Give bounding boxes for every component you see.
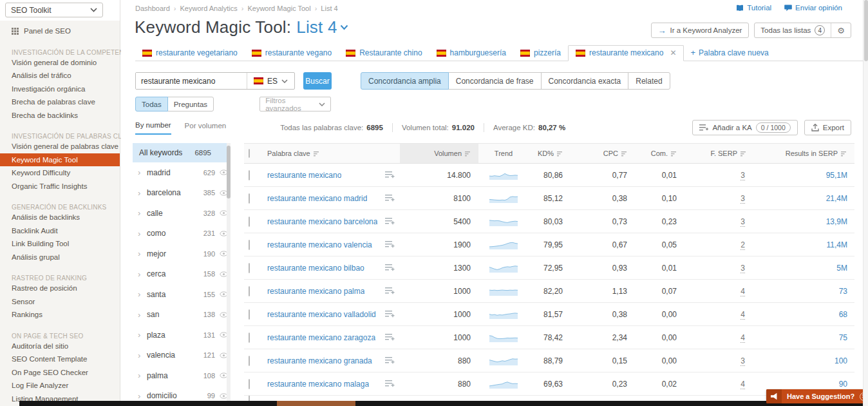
sidebar-item-keyword-difficulty[interactable]: Keyword Difficulty (0, 166, 120, 180)
groups-scrollbar-thumb[interactable] (227, 146, 231, 198)
keyword-tab-restaurante-vegano[interactable]: restaurante vegano (245, 46, 339, 61)
fserp-link[interactable]: 3 (741, 171, 745, 180)
keyword-link[interactable]: restaurante mexicano barcelona (267, 217, 377, 226)
sidebar-item-sensor[interactable]: Sensor (0, 295, 120, 309)
keyword-link[interactable]: restaurante mexicano (267, 171, 341, 180)
keyword-link[interactable]: restaurante mexicano madrid (267, 194, 367, 203)
group-row-valencia[interactable]: ›valencia121 (133, 345, 231, 366)
page-scrollbar[interactable] (863, 0, 868, 406)
keyword-tab-restaurante-mexicano[interactable]: restaurante mexicano✕ (568, 45, 684, 61)
row-checkbox[interactable] (249, 193, 250, 204)
sidebar-item-auditoria-del-sitio[interactable]: Auditoría del sitio (0, 340, 120, 353)
eye-icon[interactable] (215, 332, 228, 338)
eye-icon[interactable] (215, 251, 228, 256)
results-link[interactable]: 75 (839, 333, 847, 342)
eye-icon[interactable] (215, 353, 228, 358)
group-row-santa[interactable]: ›santa155 (133, 284, 231, 305)
keyword-tab-hamburgueseria[interactable]: hamburguesería (429, 46, 513, 61)
sidebar-item-panel-de-seo[interactable]: Panel de SEO (0, 24, 120, 38)
sidebar-item-analisis-del-trafico[interactable]: Análisis del tráfico (0, 69, 120, 82)
column-header-kd[interactable]: KD% (529, 144, 571, 163)
all-lists-button[interactable]: Todas las listas 4 (755, 23, 831, 37)
search-button[interactable]: Buscar (303, 72, 332, 90)
eye-icon[interactable] (215, 210, 228, 216)
group-row-mejor[interactable]: ›mejor190 (133, 244, 231, 264)
add-to-list-icon[interactable] (385, 218, 400, 225)
page-scrollbar-thumb[interactable] (864, 0, 868, 61)
fserp-link[interactable]: 3 (741, 217, 745, 227)
eye-icon[interactable] (215, 372, 228, 378)
sidebar-item-rankings[interactable]: Rankings (0, 308, 120, 322)
groups-scrollbar[interactable] (227, 143, 231, 401)
tutorial-link[interactable]: Tutorial (736, 4, 771, 12)
sort-tab-by-number[interactable]: By number (135, 121, 171, 135)
keyword-link[interactable]: restaurante mexicano granada (267, 356, 372, 365)
group-row-madrid[interactable]: ›madrid629 (133, 162, 231, 183)
group-row-cerca[interactable]: ›cerca158 (133, 264, 231, 285)
sidebar-item-log-file-analyzer[interactable]: Log File Analyzer (0, 379, 120, 392)
group-all-keywords[interactable]: All keywords 6895 (133, 143, 231, 162)
results-link[interactable]: 13,9M (826, 217, 847, 226)
results-link[interactable]: 73 (839, 287, 847, 296)
suggestion-banner[interactable]: Have a Suggestion? ✕ (766, 389, 868, 403)
row-checkbox[interactable] (249, 396, 250, 401)
toolkit-selector[interactable]: SEO Toolkit (5, 3, 103, 17)
match-type-related[interactable]: Related (628, 72, 670, 90)
row-checkbox[interactable] (249, 356, 250, 366)
fserp-link[interactable]: 4 (741, 287, 745, 296)
column-header-cpc[interactable]: CPC (571, 144, 635, 163)
group-row-plaza[interactable]: ›plaza131 (133, 325, 231, 345)
fserp-link[interactable]: 4 (741, 380, 745, 389)
results-link[interactable]: 100 (835, 356, 847, 365)
keyword-tab-restaurante-vegetariano[interactable]: restaurante vegetariano (135, 46, 245, 61)
sidebar-item-seo-content-template[interactable]: SEO Content Template (0, 353, 120, 366)
match-type-concordancia-exacta[interactable]: Concordancia exacta (541, 72, 629, 90)
search-input[interactable] (136, 73, 247, 89)
sidebar-item-backlink-audit[interactable]: Backlink Audit (0, 224, 120, 238)
keyword-tab-pizzeria[interactable]: pizzería (513, 46, 568, 61)
results-link[interactable]: 90 (839, 380, 847, 389)
add-to-list-icon[interactable] (385, 357, 400, 364)
keyword-link[interactable]: restaurante mexicano palma (267, 287, 364, 296)
sidebar-item-on-page-seo-checker[interactable]: On Page SEO Checker (0, 366, 120, 380)
match-type-concordancia-de-frase[interactable]: Concordancia de frase (448, 72, 542, 90)
group-row-calle[interactable]: ›calle328 (133, 203, 231, 224)
breadcrumb-item-list-4[interactable]: List 4 (321, 5, 337, 12)
go-to-keyword-analyzer-button[interactable]: → Ir a Keyword Analyzer (651, 23, 750, 38)
add-to-list-icon[interactable] (385, 380, 400, 387)
add-to-list-icon[interactable] (385, 287, 400, 295)
fserp-link[interactable]: 4 (741, 310, 745, 320)
eye-icon[interactable] (215, 231, 228, 237)
row-checkbox[interactable] (249, 217, 250, 227)
keyword-link[interactable]: restaurante mexicano bilbao (267, 264, 364, 273)
match-type-concordancia-amplia[interactable]: Concordancia amplia (361, 72, 449, 90)
quick-filter-todas[interactable]: Todas (135, 97, 168, 111)
row-checkbox[interactable] (249, 263, 250, 273)
new-keyword-tab-button[interactable]: +Palabra clave nueva (684, 45, 775, 61)
row-checkbox[interactable] (249, 170, 250, 180)
sort-tab-by-volume[interactable]: Por volumen (185, 122, 227, 134)
add-to-list-icon[interactable] (385, 171, 400, 179)
row-checkbox[interactable] (249, 309, 250, 320)
fserp-link[interactable]: 3 (741, 264, 745, 273)
add-to-ka-button[interactable]: Añadir a KA 0 / 1000 (692, 120, 797, 135)
column-header-palabra-clave[interactable]: Palabra clave (267, 144, 400, 163)
column-header-com[interactable]: Com. (635, 144, 684, 163)
sidebar-item-keyword-magic-tool[interactable]: Keyword Magic Tool (0, 153, 120, 167)
eye-icon[interactable] (215, 312, 228, 318)
sidebar-item-rastreo-de-posicion[interactable]: Rastreo de posición (0, 282, 120, 295)
sidebar-item-analisis-de-backlinks[interactable]: Análisis de backlinks (0, 211, 120, 224)
keyword-link[interactable]: restaurante mexicano malaga (267, 380, 369, 389)
country-selector[interactable]: ES (247, 73, 294, 89)
export-button[interactable]: Export (804, 120, 851, 135)
fserp-link[interactable]: 3 (741, 194, 745, 204)
sidebar-item-organic-traffic-insights[interactable]: Organic Traffic Insights (0, 180, 120, 193)
lists-settings-button[interactable]: ⚙ (831, 23, 851, 37)
sidebar-item-analisis-grupal[interactable]: Análisis grupal (0, 251, 120, 264)
eye-icon[interactable] (215, 291, 228, 297)
column-header-results-in-serp[interactable]: Results in SERP (754, 144, 854, 163)
eye-icon[interactable] (215, 393, 228, 399)
fserp-link[interactable]: 4 (741, 333, 745, 343)
add-to-list-icon[interactable] (385, 311, 400, 318)
sidebar-item-vision-general-de-dominio[interactable]: Visión general de dominio (0, 56, 120, 70)
